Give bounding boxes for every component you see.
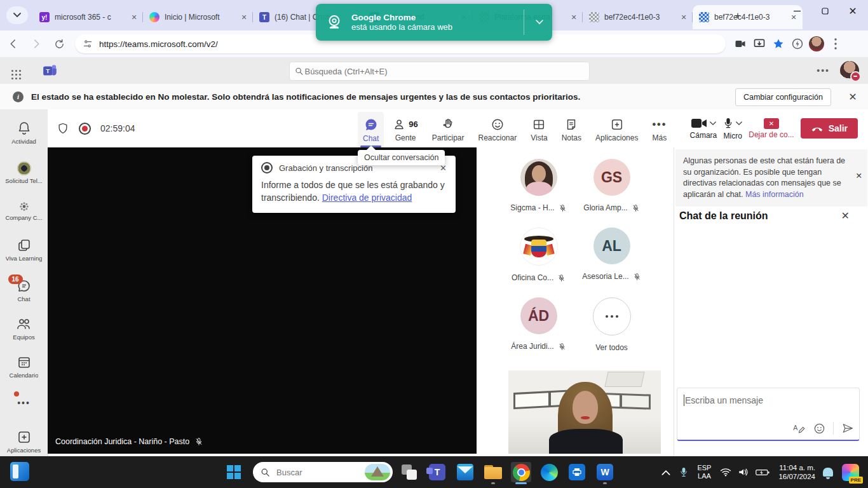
language-indicator[interactable]: ESPLAA [697, 464, 711, 480]
participant-tile[interactable]: GS Gloria Amp... [575, 159, 648, 212]
emoji-icon[interactable] [813, 423, 825, 435]
teams-more-menu-icon[interactable]: ••• [817, 65, 830, 76]
message-composer[interactable]: Escriba un mensaje A [677, 388, 860, 441]
toolbar-reaccionar-button[interactable]: Reaccionar [473, 112, 522, 147]
format-icon[interactable]: A [793, 423, 806, 434]
mic-button[interactable]: Micro [723, 116, 742, 140]
wifi-icon[interactable] [720, 468, 731, 477]
sidebar-item-solicitud[interactable]: Solicitud Tel... [0, 161, 48, 184]
toolbar-gente-button[interactable]: 96 Gente [388, 112, 423, 147]
sidebar-item-company[interactable]: Company C... [0, 201, 48, 221]
taskbar-mail-icon[interactable] [455, 462, 475, 482]
browser-tab-inicio[interactable]: Inicio | Microsoft ✕ [143, 6, 253, 28]
tray-mic-icon[interactable] [679, 466, 688, 478]
taskbar-search-box[interactable] [253, 462, 393, 482]
teams-search-input[interactable] [303, 66, 584, 77]
browser-menu-icon[interactable] [826, 34, 845, 53]
install-app-icon[interactable] [750, 34, 769, 53]
participant-photo-avatar [520, 159, 557, 196]
start-button[interactable] [224, 462, 244, 482]
sidebar-item-viva-learning[interactable]: Viva Learning [0, 238, 48, 262]
task-view-button[interactable] [399, 462, 419, 482]
teams-profile-avatar[interactable] [840, 61, 859, 80]
toolbar-aplicaciones-button[interactable]: Aplicaciones [590, 112, 643, 147]
chevron-down-icon[interactable] [710, 121, 716, 126]
taskbar-scanner-app-icon[interactable] [567, 462, 587, 482]
reload-button[interactable] [50, 34, 69, 53]
notice-close-icon[interactable]: ✕ [856, 171, 862, 182]
taskbar-chrome-icon[interactable] [511, 462, 531, 482]
taskbar-search-input[interactable] [275, 467, 354, 478]
mic-muted-icon [558, 342, 566, 351]
m365-favicon [149, 12, 159, 22]
chevron-down-icon[interactable] [736, 121, 742, 126]
more-dots-icon: ••• [652, 118, 667, 132]
sidebar-item-aplicaciones[interactable]: Aplicaciones [0, 430, 48, 454]
sidebar-item-calendario[interactable]: Calendario [0, 355, 48, 379]
sidebar-item-chat[interactable]: 16 Chat [0, 278, 48, 302]
camera-usage-notification[interactable]: Google Chrome está usando la cámara web [316, 4, 552, 41]
toolbar-participar-button[interactable]: Participar [427, 112, 470, 147]
back-button[interactable] [4, 34, 23, 53]
notification-message: está usando la cámara web [351, 22, 521, 32]
notification-expand-button[interactable] [527, 20, 552, 25]
site-settings-icon[interactable] [83, 39, 93, 49]
participant-tile[interactable]: ÁD Área Juridi... [502, 297, 575, 352]
more-info-link[interactable]: Más información [745, 190, 804, 199]
taskbar-teams-icon[interactable]: T [427, 462, 447, 482]
volume-icon[interactable] [738, 467, 749, 477]
change-settings-button[interactable]: Cambiar configuración [735, 88, 831, 106]
chat-panel-close-icon[interactable]: ✕ [841, 210, 850, 222]
taskbar-clock[interactable]: 11:04 a. m.16/07/2024 [778, 463, 815, 481]
tab-close-icon[interactable]: ✕ [129, 12, 139, 22]
sidebar-item-more[interactable]: ••• [0, 398, 48, 408]
banner-close-icon[interactable]: ✕ [845, 89, 860, 104]
stop-sharing-button[interactable]: ✕ Dejar de co... [749, 118, 794, 139]
sidebar-item-equipos[interactable]: Equipos [0, 316, 48, 341]
waffle-menu-icon[interactable] [11, 70, 33, 72]
tray-chevron-up-icon[interactable] [661, 470, 670, 475]
toolbar-notas-button[interactable]: Notas [557, 112, 587, 147]
copilot-icon[interactable]: PRE [842, 464, 859, 481]
participant-tile[interactable]: AL Asesoria Le... [575, 227, 648, 282]
teams-search-box[interactable] [289, 62, 590, 81]
battery-charging-icon[interactable] [756, 468, 770, 477]
taskbar-edge-icon[interactable] [539, 462, 559, 482]
see-all-icon[interactable] [593, 297, 631, 336]
bookmark-star-icon[interactable] [769, 34, 788, 53]
toolbar-chat-button[interactable]: Chat [358, 112, 384, 147]
teams-favicon: T [259, 12, 269, 22]
sidebar-item-actividad[interactable]: Actividad [0, 121, 48, 145]
participant-tile[interactable]: Sigcma - H... [502, 159, 575, 212]
widgets-icon[interactable] [10, 462, 29, 481]
message-input[interactable]: Escriba un mensaje [685, 395, 763, 405]
toolbar-mas-button[interactable]: ••• Más [647, 112, 672, 147]
window-minimize-button[interactable] [783, 0, 811, 22]
forward-button[interactable] [27, 34, 46, 53]
tab-close-icon[interactable]: ✕ [239, 12, 249, 22]
privacy-policy-link[interactable]: Directiva de privacidad [322, 193, 412, 203]
new-tab-button[interactable]: + [731, 9, 745, 23]
toolbar-vista-button[interactable]: Vista [526, 112, 552, 147]
window-restore-button[interactable] [811, 0, 839, 22]
taskbar-file-explorer-icon[interactable] [483, 462, 503, 482]
leave-meeting-button[interactable]: Salir [801, 118, 858, 139]
taskbar-word-icon[interactable]: W [595, 462, 615, 482]
send-icon[interactable] [841, 422, 854, 435]
tab-search-button[interactable] [6, 6, 28, 24]
browser-profile-avatar[interactable] [807, 34, 826, 53]
browser-tab-bef72ec4-1[interactable]: bef72ec4-f1e0-3 ✕ [583, 6, 693, 28]
camera-button[interactable]: Cámara [690, 117, 717, 140]
tab-close-icon[interactable]: ✕ [569, 12, 579, 22]
camera-allowed-icon[interactable] [731, 34, 750, 53]
security-shield-icon[interactable] [57, 121, 69, 135]
window-close-button[interactable]: ✕ [839, 0, 867, 22]
notification-bell-icon[interactable] [823, 468, 833, 477]
teams-logo-icon: T [42, 62, 58, 79]
tab-close-icon[interactable]: ✕ [679, 12, 689, 22]
extension-icon[interactable] [788, 34, 807, 53]
see-all-participants-tile[interactable]: Ver todos [575, 297, 648, 352]
participant-tile[interactable]: Oficina Co... [502, 227, 575, 282]
self-video-thumbnail[interactable] [508, 370, 661, 454]
browser-tab-m365[interactable]: y! microsoft 365 - c ✕ [33, 6, 143, 28]
